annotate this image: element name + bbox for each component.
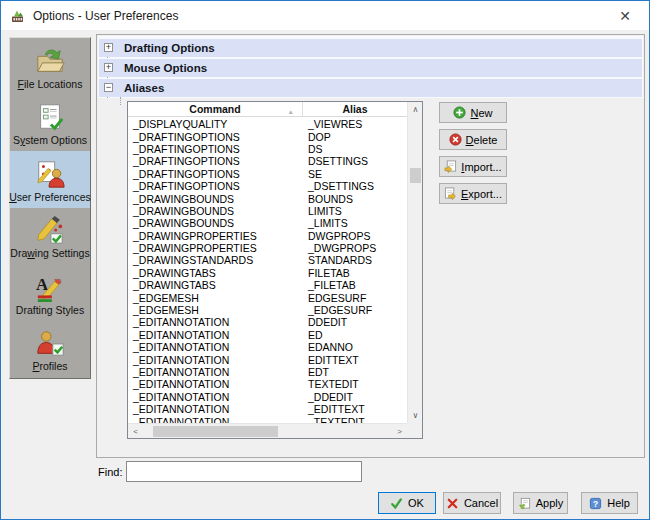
alias-cell: STANDARDS <box>303 254 407 266</box>
button-label: Delete <box>466 134 498 146</box>
sidebar-item-user-preferences[interactable]: User Preferences <box>10 151 90 208</box>
table-row[interactable]: _DISPLAYQUALITY_VIEWRES <box>128 118 407 130</box>
window-title: Options - User Preferences <box>33 9 178 23</box>
table-row[interactable]: _EDITANNOTATIONTEXTEDIT <box>128 378 407 390</box>
tree-item-drafting-options[interactable]: +Drafting Options <box>99 39 642 57</box>
table-row[interactable]: _EDITANNOTATIONED <box>128 329 407 341</box>
table-row[interactable]: _DRAWINGPROPERTIESDWGPROPS <box>128 230 407 242</box>
horizontal-scroll-thumb[interactable] <box>153 426 278 437</box>
sidebar-item-label: System Options <box>13 134 87 146</box>
options-tree: +Drafting Options+Mouse Options−Aliases <box>98 36 643 98</box>
table-row[interactable]: _EDITANNOTATIONDDEDIT <box>128 316 407 328</box>
vertical-scroll-thumb[interactable] <box>410 168 421 183</box>
command-cell: _DRAWINGPROPERTIES <box>128 230 303 242</box>
cancel-button[interactable]: Cancel <box>443 492 501 514</box>
new-icon <box>453 106 466 119</box>
export-button[interactable]: Export... <box>439 183 507 204</box>
alias-cell: EDANNO <box>303 341 407 353</box>
help-button[interactable]: ?Help <box>581 492 638 514</box>
expand-icon[interactable]: + <box>104 43 113 52</box>
alias-cell: LIMITS <box>303 205 407 217</box>
alias-cell: DSETTINGS <box>303 155 407 167</box>
table-row[interactable]: _DRAWINGSTANDARDSSTANDARDS <box>128 254 407 266</box>
ok-button[interactable]: OK <box>378 492 436 514</box>
sidebar-item-profiles[interactable]: Profiles <box>10 321 90 378</box>
tree-item-mouse-options[interactable]: +Mouse Options <box>99 59 642 77</box>
table-row[interactable]: _EDGEMESH_EDGESURF <box>128 304 407 316</box>
column-header-command[interactable]: Command ▲ <box>128 102 303 116</box>
table-row[interactable]: _EDITANNOTATION_DDEDIT <box>128 391 407 403</box>
scroll-down-icon[interactable]: ∨ <box>408 408 423 423</box>
table-row[interactable]: _DRAWINGBOUNDS_LIMITS <box>128 217 407 229</box>
table-row[interactable]: _EDITANNOTATION_EDITTEXT <box>128 403 407 415</box>
button-label: OK <box>408 497 424 509</box>
alias-cell: _FILETAB <box>303 279 407 291</box>
table-row[interactable]: _DRAWINGPROPERTIES_DWGPROPS <box>128 242 407 254</box>
close-icon[interactable]: ✕ <box>611 5 639 26</box>
alias-cell: DDEDIT <box>303 316 407 328</box>
table-row[interactable]: _EDITANNOTATIONEDANNO <box>128 341 407 353</box>
tree-item-aliases[interactable]: −Aliases <box>99 79 642 97</box>
new-button[interactable]: New <box>439 102 507 123</box>
import-button[interactable]: Import... <box>439 156 507 177</box>
cancel-icon <box>446 497 459 510</box>
tree-item-label: Mouse Options <box>124 62 207 74</box>
command-cell: _DRAWINGBOUNDS <box>128 217 303 229</box>
column-header-alias[interactable]: Alias <box>303 102 407 116</box>
table-row[interactable]: _DRAWINGBOUNDSLIMITS <box>128 205 407 217</box>
button-label: Apply <box>536 497 564 509</box>
alias-cell: BOUNDS <box>303 193 407 205</box>
table-row[interactable]: _DRAFTINGOPTIONSDOP <box>128 130 407 142</box>
collapse-icon[interactable]: − <box>104 83 113 92</box>
aliases-table: Command ▲ Alias _DISPLAYQUALITY_VIEWRES_… <box>127 101 423 439</box>
sidebar-item-drafting-styles[interactable]: A10Drafting Styles <box>10 264 90 321</box>
table-row[interactable]: _DRAWINGBOUNDSBOUNDS <box>128 192 407 204</box>
sidebar-item-label: Profiles <box>32 360 67 372</box>
sidebar-item-label: User Preferences <box>9 191 91 203</box>
table-row[interactable]: _EDITANNOTATION_TEXTEDIT <box>128 415 407 423</box>
alias-cell: _EDITTEXT <box>303 403 407 415</box>
table-row[interactable]: _DRAFTINGOPTIONSDSETTINGS <box>128 155 407 167</box>
button-label: Export... <box>461 188 502 200</box>
scroll-right-icon[interactable]: > <box>392 424 407 439</box>
svg-text:?: ? <box>593 498 598 508</box>
table-row[interactable]: _DRAWINGTABSFILETAB <box>128 267 407 279</box>
alias-header-label: Alias <box>342 103 367 115</box>
sidebar-item-file-locations[interactable]: File Locations <box>10 38 90 95</box>
command-cell: _EDITANNOTATION <box>128 378 303 390</box>
sidebar-item-system-options[interactable]: System Options <box>10 95 90 152</box>
alias-cell: DS <box>303 143 407 155</box>
table-row[interactable]: _DRAFTINGOPTIONSSE <box>128 168 407 180</box>
sort-asc-icon: ▲ <box>288 105 294 119</box>
scroll-left-icon[interactable]: < <box>128 424 143 439</box>
horizontal-scrollbar[interactable]: < > <box>128 423 407 438</box>
table-row[interactable]: _EDITANNOTATIONEDITTEXT <box>128 353 407 365</box>
table-row[interactable]: _EDGEMESHEDGESURF <box>128 291 407 303</box>
tree-item-label: Drafting Options <box>124 42 215 54</box>
button-label: Help <box>607 497 630 509</box>
help-icon: ? <box>589 497 602 510</box>
delete-button[interactable]: Delete <box>439 129 507 150</box>
apply-button[interactable]: Apply <box>513 492 568 514</box>
sidebar-item-drawing-settings[interactable]: Drawing Settings <box>10 208 90 265</box>
expand-icon[interactable]: + <box>104 63 113 72</box>
alias-cell: DWGPROPS <box>303 230 407 242</box>
sidebar-item-label: Drafting Styles <box>16 304 84 316</box>
table-row[interactable]: _EDITANNOTATIONEDT <box>128 366 407 378</box>
sidebar-item-label: Drawing Settings <box>10 247 89 259</box>
alias-cell: ED <box>303 329 407 341</box>
scroll-up-icon[interactable]: ∧ <box>408 102 423 117</box>
table-row[interactable]: _DRAFTINGOPTIONS_DSETTINGS <box>128 180 407 192</box>
table-row[interactable]: _DRAFTINGOPTIONSDS <box>128 143 407 155</box>
alias-cell: TEXTEDIT <box>303 378 407 390</box>
drawing-settings-icon <box>35 215 65 245</box>
find-input[interactable] <box>126 461 362 482</box>
table-header: Command ▲ Alias <box>128 102 407 117</box>
alias-cell: EDITTEXT <box>303 354 407 366</box>
system-options-icon <box>35 102 65 132</box>
alias-cell: _TEXTEDIT <box>303 416 407 423</box>
command-cell: _EDITANNOTATION <box>128 416 303 423</box>
table-row[interactable]: _DRAWINGTABS_FILETAB <box>128 279 407 291</box>
command-cell: _EDITANNOTATION <box>128 391 303 403</box>
vertical-scrollbar[interactable]: ∧ ∨ <box>407 102 422 423</box>
